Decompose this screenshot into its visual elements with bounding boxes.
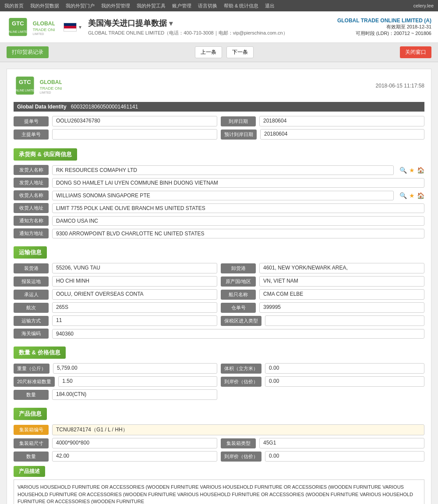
nav-tools[interactable]: 我的外贸工具: [137, 3, 166, 9]
svg-text:LIMITED: LIMITED: [40, 91, 51, 94]
carrier-label: 承运人: [14, 290, 49, 300]
prod-qty-price-row: 数量 42.00 到岸价（估价） 0.00: [14, 451, 424, 462]
gto-logo: GTC ONLINE LIMITED GLOBAL TRADE ONLINE L…: [7, 17, 55, 37]
shipper-name-value: RK RESOURCES COMAPHY LTD: [52, 165, 394, 175]
bill-no-label: 提单号: [14, 116, 49, 126]
qty-row: 数量 184.00(CTN): [14, 389, 424, 400]
card-logo: GTC ONLINE LIMITED GLOBAL TRADE ONLINE L…: [14, 76, 62, 95]
qty-value: 184.00(CTN): [52, 389, 217, 400]
voyage-value: 265S: [52, 302, 217, 313]
nav-trade-data[interactable]: 我的外贸数据: [30, 3, 59, 9]
arrival-date-value: 20180604: [259, 116, 424, 126]
bill-arrival-row: 提单号 OOLU2603476780 到岸日期 20180604: [14, 116, 424, 126]
consignee-star-icon[interactable]: ★: [409, 192, 415, 199]
notify-addr-row: 通知方地址 9300 ARROWPOINT BLVD CHARLOTTE NC …: [14, 228, 424, 238]
home-icon[interactable]: 🏠: [417, 167, 424, 174]
warehouse-value: 399995: [259, 302, 424, 313]
quantity-section-title: 数量 & 价格信息: [14, 346, 66, 359]
nav-home[interactable]: 我的首页: [4, 3, 24, 9]
customs-code-label: 海关编码: [14, 329, 49, 339]
supplier-section: 承货商 & 供应商信息 发货人名称 RK RESOURCES COMAPHY L…: [14, 145, 424, 238]
consignee-home-icon[interactable]: 🏠: [417, 192, 424, 199]
consignee-addr-row: 收货人地址 LIMIT 7755 POLK LANE OLIVE BRANCH …: [14, 203, 424, 213]
voyage-label: 航次: [14, 303, 49, 313]
ldr-info: 可用时段 (LDR)：200712 ~ 201806: [337, 30, 431, 37]
svg-text:LIMITED: LIMITED: [33, 32, 44, 35]
place-origin-row: 报装运地 HO CHI MINH 原产国/地区 VN, VIET NAM: [14, 276, 424, 287]
consignee-name-value: WILLIAMS SONOMA SINGAPORE PTE: [52, 191, 394, 200]
volume-label: 体积（立方米）: [221, 364, 261, 374]
logo-area: GTC ONLINE LIMITED GLOBAL TRADE ONLINE L…: [7, 17, 55, 37]
prod-desc-header: 产品描述: [14, 466, 45, 477]
card-header: GTC ONLINE LIMITED GLOBAL TRADE ONLINE L…: [14, 76, 424, 95]
notify-addr-label: 通知方地址: [14, 228, 49, 238]
star-icon[interactable]: ★: [409, 167, 415, 174]
nav-portal[interactable]: 我的外贸门户: [66, 3, 95, 9]
warehouse-label: 仓单号: [221, 303, 256, 313]
quantity-section: 数量 & 价格信息 重量（公斤） 5,759.00 体积（立方米） 0.00 2…: [14, 343, 424, 400]
supplier-section-title: 承货商 & 供应商信息: [14, 148, 77, 161]
page-header: GTC ONLINE LIMITED GLOBAL TRADE ONLINE L…: [0, 11, 438, 43]
customs-code-row: 海关编码 940360: [14, 329, 424, 339]
discharge-port-label: 卸货港: [221, 263, 256, 273]
page-title: 美国海关进口提单数据 ▾: [88, 18, 337, 28]
container-no-value: TCNU8274174（G1 / L / HH）: [52, 424, 424, 435]
ftz-value: [265, 315, 424, 326]
consignee-addr-value: LIMIT 7755 POLK LANE OLIVE BRANCH MS UNI…: [52, 203, 424, 213]
shipper-name-label: 发货人名称: [14, 165, 49, 175]
transport-section: 运输信息 装货港 55206, VUNG TAU 卸货港 4601, NEW Y…: [14, 243, 424, 339]
nav-help[interactable]: 帮助 & 统计信息: [224, 3, 258, 9]
prod-arrival-price-value: 0.00: [265, 451, 424, 462]
shipper-addr-value: DONG SO HAMLET LAI UYEN COMMUNE BINH DUO…: [52, 178, 424, 188]
search-icon[interactable]: 🔍: [399, 167, 407, 174]
prod-arrival-price-label: 到岸价（估价）: [221, 452, 261, 462]
container20-price-row: 20尺标准箱数量 1.50 到岸价（估价） 0.00: [14, 376, 424, 387]
consignee-name-row: 收货人名称 WILLIAMS SONOMA SINGAPORE PTE 🔍 ★ …: [14, 190, 424, 200]
master-bill-value: [52, 129, 217, 140]
master-bill-label: 主提单号: [14, 130, 49, 140]
print-button[interactable]: 打印贸易记录: [7, 46, 49, 58]
weight-value: 5,759.00: [53, 363, 217, 374]
nav-management[interactable]: 我的外贸管理: [101, 3, 130, 9]
prod-qty-value: 42.00: [52, 451, 217, 462]
header-right: GLOBAL TRADE ONLINE LIMITED (A) 有效期至 201…: [337, 18, 431, 37]
nav-language[interactable]: 语言切换: [198, 3, 217, 9]
weight-volume-row: 重量（公斤） 5,759.00 体积（立方米） 0.00: [14, 363, 424, 374]
bill-no-col: 提单号 OOLU2603476780: [14, 116, 217, 126]
notify-name-label: 通知方名称: [14, 216, 49, 226]
discharge-port-value: 4601, NEW YORK/NEWARK AREA,: [259, 263, 424, 273]
validity-date: 有效期至 2018-12-31: [337, 24, 431, 30]
svg-text:TRADE ONLINE: TRADE ONLINE: [40, 86, 62, 91]
consignee-search-icon[interactable]: 🔍: [399, 192, 407, 199]
nav-account[interactable]: 账户管理: [172, 3, 191, 9]
prev-button[interactable]: 上一条: [195, 46, 222, 58]
transport-mode-label: 运输方式: [14, 316, 49, 326]
shipper-icons: 🔍 ★ 🏠: [399, 167, 424, 174]
svg-text:TRADE ONLINE: TRADE ONLINE: [33, 28, 55, 32]
est-arrival-label: 预计到岸日期: [221, 130, 257, 140]
container-size-label: 集装箱尺寸: [14, 438, 49, 448]
flag-dropdown[interactable]: ▾: [79, 24, 81, 30]
toolbar: 打印贸易记录 上一条 下一条 关闭窗口: [0, 43, 438, 62]
prod-desc-text: VARIOUS HOUSEHOLD FURNITURE OR ACCESSORI…: [14, 480, 424, 504]
consignee-name-label: 收货人名称: [14, 190, 49, 200]
loading-place-value: HO CHI MINH: [52, 276, 217, 287]
container-type-value: 45G1: [259, 438, 424, 448]
vessel-label: 船只名称: [221, 290, 256, 300]
est-arrival-col: 预计到岸日期 20180604: [221, 129, 424, 140]
loading-port-label: 装货港: [14, 263, 49, 273]
svg-text:GTC: GTC: [12, 20, 24, 27]
master-est-row: 主提单号 预计到岸日期 20180604: [14, 129, 424, 140]
carrier-value: OOLU, ORIENT OVERSEAS CONTA: [52, 289, 217, 300]
user-info: celery.lee: [413, 3, 434, 8]
nav-menu: 我的首页 我的外贸数据 我的外贸门户 我的外贸管理 我的外贸工具 账户管理 语言…: [4, 3, 275, 9]
next-button[interactable]: 下一条: [226, 46, 254, 58]
voyage-warehouse-row: 航次 265S 仓单号 399995: [14, 302, 424, 313]
arrival-date-col: 到岸日期 20180604: [221, 116, 424, 126]
flag-area[interactable]: ▾: [64, 23, 81, 32]
svg-text:GLOBAL: GLOBAL: [40, 79, 62, 85]
close-button[interactable]: 关闭窗口: [400, 46, 431, 58]
nav-logout[interactable]: 退出: [265, 3, 275, 9]
container-size-value: 4000*900*800: [52, 438, 217, 448]
ftz-label: 保税区进入类型: [221, 316, 261, 326]
